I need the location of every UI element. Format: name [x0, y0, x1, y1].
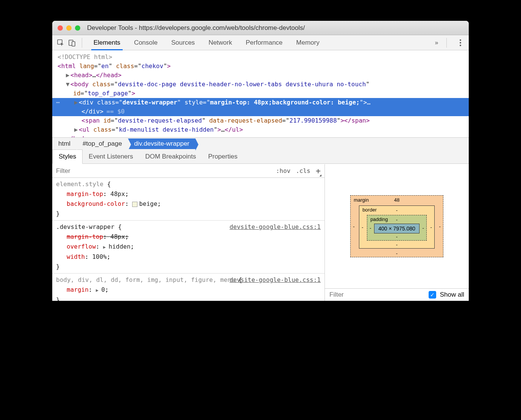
dom-body-close[interactable]: </body> [52, 134, 469, 137]
padding-bottom-val: - [396, 234, 398, 240]
color-swatch-icon[interactable] [132, 202, 137, 207]
css-rules-list: element.style {margin-top: 48px;backgrou… [52, 178, 324, 301]
computed-filter-input[interactable] [329, 291, 425, 299]
dom-span[interactable]: <span id="devsite-request-elapsed" data-… [52, 116, 469, 125]
tab-elements[interactable]: Elements [87, 36, 126, 50]
cls-toggle[interactable]: .cls [296, 167, 310, 174]
inspect-element-icon[interactable] [56, 38, 65, 47]
box-model[interactable]: margin 48 - - - border - - - - padding - [325, 164, 469, 289]
css-property[interactable]: width: 100%; [56, 252, 321, 262]
padding-right-val: - [423, 225, 424, 231]
styles-area: :hov .cls +◢ element.style {margin-top: … [52, 164, 469, 301]
tab-sources[interactable]: Sources [165, 36, 201, 50]
margin-right-val: - [439, 224, 441, 229]
dom-head[interactable]: ▶<head>…</head> [52, 71, 469, 80]
window-controls [58, 25, 80, 31]
dom-html-open[interactable]: <html lang="en" class="chekov"> [52, 62, 469, 71]
styles-filter-input[interactable] [56, 167, 276, 175]
margin-bottom-val: - [396, 250, 398, 256]
styles-pane: :hov .cls +◢ element.style {margin-top: … [52, 164, 325, 301]
main-toolbar: ElementsConsoleSourcesNetworkPerformance… [52, 35, 469, 50]
css-rule[interactable]: devsite-google-blue.css:1body, div, dl, … [52, 274, 324, 301]
svg-point-5 [460, 45, 461, 46]
settings-menu-icon[interactable] [456, 38, 465, 47]
toolbar-separator [82, 38, 82, 48]
breadcrumb-item[interactable]: div.devsite-wrapper [128, 138, 195, 149]
css-property[interactable]: overflow: ▶ hidden; [56, 242, 321, 252]
css-property[interactable]: margin-top: 48px; [56, 189, 321, 199]
tab-performance[interactable]: Performance [240, 36, 289, 50]
breadcrumb-item[interactable]: html [52, 138, 76, 149]
new-style-rule-icon[interactable]: +◢ [316, 166, 321, 176]
toolbar-separator [446, 38, 447, 48]
padding-top-val: - [396, 217, 398, 222]
tab-console[interactable]: Console [128, 36, 164, 50]
css-property[interactable]: margin: ▶ 0; [56, 285, 321, 295]
more-tabs-icon[interactable]: » [432, 38, 441, 47]
border-left-val: - [362, 224, 363, 230]
svg-point-3 [460, 39, 461, 41]
devtools-window: Developer Tools - https://developers.goo… [52, 21, 469, 301]
titlebar: Developer Tools - https://developers.goo… [52, 21, 469, 35]
source-link[interactable]: devsite-google-blue.css:1 [229, 222, 321, 232]
show-all-label: Show all [440, 291, 464, 299]
dom-body-open[interactable]: ▼<body class="devsite-doc-page devsite-h… [52, 80, 469, 98]
source-link[interactable]: devsite-google-blue.css:1 [229, 275, 321, 285]
dom-breadcrumbs: html#top_of_pagediv.devsite-wrapper [52, 137, 469, 149]
box-model-padding-label: padding [370, 216, 388, 222]
maximize-window-button[interactable] [75, 25, 80, 31]
margin-top-val: 48 [394, 197, 399, 203]
dom-selected-node[interactable]: ⋯ ▶<div class="devsite-wrapper" style="m… [52, 98, 469, 116]
tab-memory[interactable]: Memory [290, 36, 325, 50]
dom-ul[interactable]: ▶<ul class="kd-menulist devsite-hidden">… [52, 125, 469, 134]
computed-filter-row: ✓ Show all [325, 289, 469, 301]
margin-left-val: - [353, 224, 354, 229]
css-property[interactable]: margin-top: 48px; [56, 232, 321, 242]
panel-tabs: ElementsConsoleSourcesNetworkPerformance… [87, 36, 430, 50]
padding-left-val: - [370, 225, 371, 231]
styles-filter-row: :hov .cls +◢ [52, 164, 324, 178]
breadcrumb-item[interactable]: #top_of_page [76, 138, 128, 149]
device-toggle-icon[interactable] [67, 38, 76, 47]
css-property[interactable]: background-color: beige; [56, 199, 321, 209]
css-rule[interactable]: element.style {margin-top: 48px;backgrou… [52, 178, 324, 221]
hov-toggle[interactable]: :hov [276, 167, 291, 174]
dom-tree-panel[interactable]: <!DOCTYPE html> <html lang="en" class="c… [52, 50, 469, 137]
subtab-styles[interactable]: Styles [52, 149, 83, 164]
minimize-window-button[interactable] [66, 25, 72, 31]
css-rule[interactable]: devsite-google-blue.css:1.devsite-wrappe… [52, 221, 324, 274]
border-top-val: - [396, 207, 398, 213]
border-bottom-val: - [396, 242, 398, 247]
window-title: Developer Tools - https://developers.goo… [87, 24, 305, 32]
subtab-event-listeners[interactable]: Event Listeners [83, 150, 139, 163]
show-all-checkbox[interactable]: ✓ [429, 291, 436, 299]
subtab-properties[interactable]: Properties [202, 150, 243, 163]
border-right-val: - [431, 224, 432, 230]
content-size-val: 400 × 7975.080 [374, 224, 420, 233]
svg-point-4 [460, 42, 461, 44]
styles-subtabs: StylesEvent ListenersDOM BreakpointsProp… [52, 149, 469, 164]
svg-rect-2 [72, 42, 75, 46]
computed-pane: margin 48 - - - border - - - - padding - [325, 164, 469, 301]
tab-network[interactable]: Network [203, 36, 238, 50]
box-model-border-label: border [362, 207, 377, 213]
close-window-button[interactable] [58, 25, 63, 31]
subtab-dom-breakpoints[interactable]: DOM Breakpoints [139, 150, 202, 163]
box-model-margin-label: margin [354, 197, 369, 203]
dom-doctype[interactable]: <!DOCTYPE html> [52, 53, 469, 62]
